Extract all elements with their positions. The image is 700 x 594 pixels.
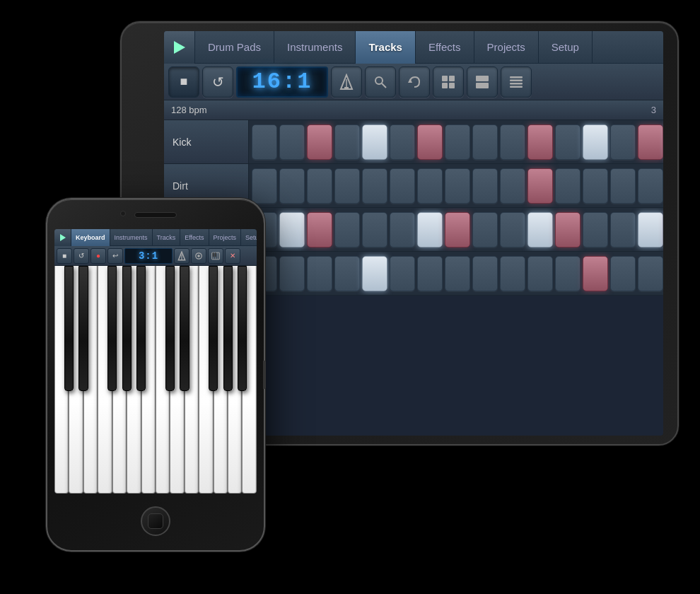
pad[interactable]	[417, 212, 443, 248]
pad[interactable]	[307, 168, 332, 204]
black-key[interactable]	[238, 266, 247, 391]
pad[interactable]	[500, 124, 525, 160]
black-key[interactable]	[165, 266, 175, 391]
pad[interactable]	[252, 124, 277, 160]
pad[interactable]	[555, 212, 581, 248]
pad[interactable]	[610, 256, 636, 291]
grid2-button[interactable]	[467, 66, 498, 98]
pad[interactable]	[390, 124, 415, 160]
pad[interactable]	[500, 256, 525, 291]
pad[interactable]	[472, 124, 498, 160]
pad[interactable]	[252, 168, 277, 204]
loop-button[interactable]: ↺	[202, 66, 233, 98]
pad[interactable]	[583, 124, 608, 160]
tab-projects[interactable]: Projects	[474, 31, 539, 64]
black-key[interactable]	[78, 266, 88, 391]
tab-instruments[interactable]: Instruments	[274, 31, 356, 64]
pad[interactable]	[472, 168, 498, 204]
tab-setup[interactable]: Setup	[539, 31, 593, 64]
undo-button[interactable]	[399, 66, 430, 98]
pad[interactable]	[445, 256, 470, 291]
black-key[interactable]	[180, 266, 189, 391]
stop-button[interactable]: ■	[168, 66, 199, 98]
iphone-tab-keyboard[interactable]: Keyboard	[71, 229, 110, 246]
pad[interactable]	[610, 168, 636, 204]
pad[interactable]	[279, 124, 305, 160]
pad[interactable]	[334, 168, 360, 204]
pad[interactable]	[638, 212, 663, 248]
iphone-tab-projects[interactable]: Projects	[209, 229, 242, 246]
pad[interactable]	[362, 256, 387, 291]
pad[interactable]	[638, 124, 663, 160]
iphone-touch-button[interactable]	[191, 248, 206, 264]
pad[interactable]	[500, 168, 525, 204]
iphone-tab-instruments[interactable]: Instruments	[110, 229, 153, 246]
pad[interactable]	[527, 212, 553, 248]
pad[interactable]	[362, 212, 387, 248]
piano-keyboard[interactable]	[54, 266, 257, 494]
pad[interactable]	[610, 124, 636, 160]
pad[interactable]	[638, 168, 663, 204]
pad[interactable]	[279, 256, 305, 291]
black-key[interactable]	[64, 266, 74, 391]
pad[interactable]	[527, 124, 553, 160]
iphone-play-button[interactable]	[54, 229, 71, 246]
pad[interactable]	[555, 124, 581, 160]
black-key[interactable]	[107, 266, 117, 391]
pad[interactable]	[390, 256, 415, 291]
pad[interactable]	[362, 168, 387, 204]
iphone-tab-tracks[interactable]: Tracks	[153, 229, 181, 246]
pad[interactable]	[472, 256, 498, 291]
pad[interactable]	[583, 212, 608, 248]
pad[interactable]	[527, 256, 553, 291]
iphone-tab-setup[interactable]: Setup	[241, 229, 257, 246]
pad[interactable]	[583, 168, 608, 204]
iphone-rec-button[interactable]: ●	[91, 248, 106, 264]
pad[interactable]	[334, 212, 360, 248]
iphone-close-button[interactable]: ✕	[225, 248, 240, 264]
pad[interactable]	[638, 256, 663, 291]
iphone-metronome-button[interactable]	[174, 248, 189, 264]
dots-button[interactable]	[501, 66, 532, 98]
pad[interactable]	[390, 212, 415, 248]
pad[interactable]	[583, 256, 608, 291]
pad[interactable]	[445, 212, 470, 248]
ipad-play-button[interactable]	[164, 31, 195, 64]
black-key[interactable]	[122, 266, 132, 391]
pad[interactable]	[472, 212, 498, 248]
black-key[interactable]	[223, 266, 233, 391]
tab-tracks[interactable]: Tracks	[356, 31, 416, 64]
pad[interactable]	[390, 168, 415, 204]
tab-drum-pads[interactable]: Drum Pads	[195, 31, 274, 64]
black-key[interactable]	[209, 266, 218, 391]
pad[interactable]	[500, 212, 525, 248]
pad[interactable]	[445, 168, 470, 204]
pad[interactable]	[307, 124, 332, 160]
search-button[interactable]	[365, 66, 396, 98]
pad[interactable]	[527, 168, 553, 204]
pad[interactable]	[334, 124, 360, 160]
pad[interactable]	[334, 256, 360, 291]
pad[interactable]	[555, 256, 581, 291]
iphone-home-button[interactable]	[141, 506, 170, 536]
pad[interactable]	[417, 168, 443, 204]
pad[interactable]	[279, 168, 305, 204]
metronome-button[interactable]	[331, 66, 362, 98]
pad[interactable]	[417, 124, 443, 160]
iphone-stop-button[interactable]: ■	[57, 248, 72, 264]
pad[interactable]	[555, 168, 581, 204]
tab-effects[interactable]: Effects	[416, 31, 474, 64]
pad[interactable]	[417, 256, 443, 291]
pad[interactable]	[279, 212, 305, 248]
iphone-loop-button[interactable]: ↺	[74, 248, 89, 264]
pad[interactable]	[307, 256, 332, 291]
iphone-piano-button[interactable]	[208, 248, 223, 264]
pad[interactable]	[610, 212, 636, 248]
pad[interactable]	[445, 124, 470, 160]
pad[interactable]	[362, 124, 387, 160]
grid1-button[interactable]	[433, 66, 464, 98]
iphone-tab-effects[interactable]: Effects	[180, 229, 209, 246]
black-key[interactable]	[136, 266, 146, 391]
pad[interactable]	[307, 212, 332, 248]
track-label[interactable]: Kick	[164, 120, 249, 163]
